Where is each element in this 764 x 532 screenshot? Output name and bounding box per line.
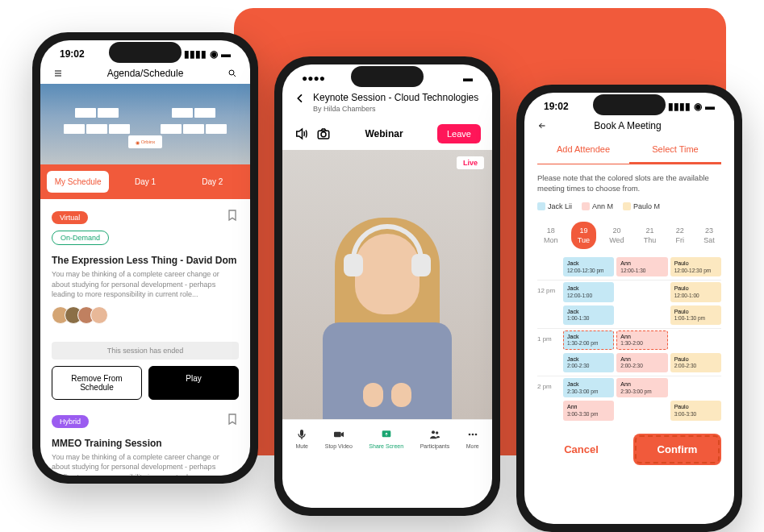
svg-point-10 [474, 434, 477, 436]
time-slot[interactable]: Ann2:00-2:30 [616, 353, 667, 372]
availability-note: Please note that the colored slots are t… [524, 164, 734, 202]
time-slot[interactable]: Paulo1:00-1:30 pm [670, 305, 721, 325]
back-icon[interactable] [294, 92, 307, 105]
time-label [537, 401, 560, 405]
day-mon[interactable]: 18Mon [537, 222, 565, 249]
time-slot[interactable]: Jack2:30-3:00 pm [563, 378, 614, 397]
time-slot [616, 282, 667, 301]
video-icon [332, 428, 345, 441]
time-slot[interactable]: Jack1:00-1:30 [563, 305, 614, 325]
day-fri[interactable]: 22Fri [670, 222, 691, 249]
badge-hybrid: Hybrid [52, 415, 89, 428]
back-icon[interactable] [537, 121, 547, 131]
time-slot[interactable]: Ann2:30-3:00 pm [616, 378, 667, 397]
time-label [537, 353, 560, 358]
time-slot[interactable]: Paulo12:00-12:30 pm [670, 257, 721, 276]
page-title: Agenda/Schedule [107, 68, 184, 79]
menu-icon[interactable] [53, 69, 63, 78]
svg-rect-3 [300, 430, 303, 436]
time-label: 2 pm [537, 378, 560, 390]
session-description: You may be thinking of a complete career… [52, 452, 239, 476]
tab-add-attendee[interactable]: Add Attendee [537, 136, 629, 164]
legend-item: Ann M [582, 202, 613, 211]
phone-booking: 19:02 ▮▮▮▮ ◉ ▬ Book A Meeting Add Attend… [516, 85, 742, 532]
video-area: Live [282, 150, 492, 419]
tab-day-1[interactable]: Day 1 [114, 171, 176, 193]
notch [109, 42, 182, 63]
stop-video-button[interactable]: Stop Video [325, 428, 353, 449]
session-card: Hybrid MMEO Training Session You may be … [40, 400, 250, 476]
svg-point-7 [436, 431, 438, 434]
time-slot[interactable]: Jack12:00-12:30 pm [563, 257, 614, 276]
time-slot [670, 330, 721, 350]
time-slot[interactable]: Jack1:30-2:00 pm [563, 330, 614, 350]
time-label [537, 305, 560, 310]
play-button[interactable]: Play [148, 366, 239, 400]
svg-point-0 [229, 70, 234, 75]
time-slot [616, 401, 667, 420]
legend-item: Paulo M [623, 202, 660, 211]
day-tue[interactable]: 19Tue [571, 222, 596, 249]
legend-item: Jack Lii [537, 202, 572, 211]
participants-icon [428, 428, 441, 441]
status-icons: ▮▮▮▮ ◉ ▬ [668, 101, 715, 112]
time-slot[interactable]: Ann12:00-1:30 [616, 257, 667, 276]
time-slot[interactable]: Paulo12:00-1:00 [670, 282, 721, 301]
calendar-grid: Jack12:00-12:30 pmAnn12:00-1:30Paulo12:0… [524, 257, 734, 420]
time-slot[interactable]: Paulo3:00-3:30 [670, 401, 721, 420]
time-label [537, 257, 560, 262]
more-button[interactable]: More [466, 428, 479, 449]
time-label: 1 pm [537, 330, 560, 343]
battery-icon: ▬ [463, 73, 473, 84]
carrier: ●●●● [302, 73, 325, 84]
leave-button[interactable]: Leave [437, 124, 481, 143]
signal-icon: ▮▮▮▮ [184, 48, 207, 60]
participants-button[interactable]: Participants [420, 428, 450, 449]
time-slot[interactable]: Ann1:30-2:00 [616, 330, 667, 350]
time-label: 12 pm [537, 282, 560, 294]
mute-button[interactable]: Mute [295, 428, 308, 449]
bookmark-icon[interactable] [226, 413, 239, 426]
time-slot[interactable]: Ann3:00-3:30 pm [563, 401, 614, 420]
speaker-icon[interactable] [294, 127, 308, 141]
svg-point-9 [471, 434, 474, 436]
status-icons: ▮▮▮▮ ◉ ▬ [184, 48, 231, 60]
webinar-label: Webinar [365, 128, 403, 139]
svg-point-8 [468, 434, 470, 436]
time-slot[interactable]: Paulo2:00-2:30 [670, 353, 721, 372]
share-screen-button[interactable]: Share Screen [369, 428, 403, 449]
tab-select-time[interactable]: Select Time [629, 136, 721, 164]
legend: Jack Lii Ann M Paulo M [524, 202, 734, 219]
day-thu[interactable]: 21Thu [637, 222, 663, 249]
day-sat[interactable]: 23Sat [697, 222, 721, 249]
time-slot[interactable]: Jack12:00-1:00 [563, 282, 614, 301]
remove-button[interactable]: Remove From Schedule [52, 366, 142, 400]
presenter-video [315, 210, 460, 419]
confirm-button[interactable]: Confirm [633, 434, 721, 465]
status-time: 19:02 [544, 101, 569, 112]
svg-point-6 [432, 430, 435, 434]
notch [593, 94, 666, 115]
day-wed[interactable]: 20Wed [603, 222, 630, 249]
bookmark-icon[interactable] [226, 209, 239, 222]
tab-day-2[interactable]: Day 2 [182, 171, 244, 193]
time-slot [616, 305, 667, 325]
session-ended-notice: This session has ended [52, 342, 239, 360]
phone-webinar: ●●●● 9:41 AM ▬ Keynote Session - Cloud T… [274, 56, 500, 516]
notch [351, 66, 424, 87]
live-badge: Live [457, 156, 484, 169]
day-picker: 18Mon 19Tue 20Wed 21Thu 22Fri 23Sat [524, 218, 734, 257]
avatar [90, 306, 108, 324]
camera-icon[interactable] [316, 127, 331, 141]
cancel-button[interactable]: Cancel [537, 434, 625, 465]
time-slot[interactable]: Jack2:00-2:30 [563, 353, 614, 372]
session-author: By Hilda Chambers [313, 105, 481, 113]
more-icon [466, 428, 479, 441]
wifi-icon: ◉ [210, 48, 218, 60]
tab-my-schedule[interactable]: My Schedule [47, 171, 109, 193]
page-title: Book A Meeting [594, 120, 661, 131]
venue-banner: ◉Orbinx [40, 84, 250, 164]
session-title: Keynote Session - Cloud Technologies [313, 92, 481, 103]
search-icon[interactable] [228, 69, 237, 78]
share-icon [380, 428, 393, 441]
